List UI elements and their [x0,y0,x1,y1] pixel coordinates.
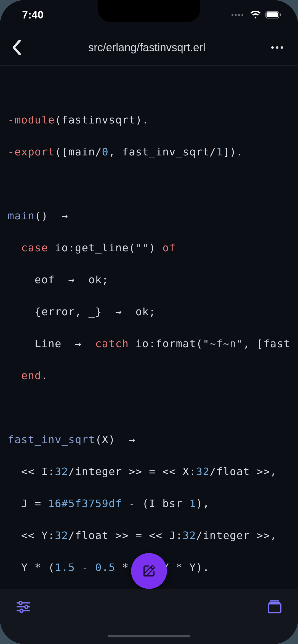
code-token: 0 [102,146,108,158]
svg-rect-2 [280,14,281,16]
stack-icon [268,600,281,613]
code-token: "" [135,242,149,254]
code-token: 16#5f3759df [48,497,122,510]
code-token: /integer >>, [196,529,277,541]
code-token: ) [149,242,163,254]
code-token: 32 [183,529,196,541]
code-token: . [41,370,48,382]
svg-point-7 [19,601,22,604]
wifi-icon [250,11,261,19]
settings-button[interactable] [14,597,33,616]
status-icons [232,11,281,19]
code-token [8,242,21,254]
code-token: Line → [8,338,95,350]
code-token: case [21,242,48,254]
code-token: - [75,561,95,573]
cellular-dots-icon [232,14,243,16]
code-token: io:get_line( [48,242,135,254]
back-button[interactable] [6,36,28,58]
more-icon [271,46,283,49]
code-token: -export [8,146,55,158]
code-token: << Y: [8,529,55,541]
code-token: "~f~n" [203,338,243,350]
code-token: fast_inv_sqrt [8,433,95,446]
code-token: eof → ok; [8,274,109,286]
code-token: {error, _} → ok; [8,306,156,318]
code-token: << I: [8,465,55,478]
code-token: 0.5 [95,561,115,573]
home-indicator[interactable] [108,635,190,637]
code-token: of [163,242,176,254]
battery-icon [265,11,281,18]
nav-bar: src/erlang/fastinvsqrt.erl [0,30,298,66]
code-token: main [8,210,35,222]
svg-point-8 [25,605,28,608]
code-token: ]). [223,146,243,158]
code-token: ([main/ [55,146,102,158]
code-token: , [fast [243,338,290,350]
code-token: 1 [189,497,196,510]
page-title: src/erlang/fastinvsqrt.erl [28,41,266,54]
code-token: -module [8,114,55,126]
more-button[interactable] [266,36,288,58]
code-token: , fast_inv_sqrt/ [109,146,216,158]
code-token: 1 [216,146,223,158]
code-token: J = [8,497,48,510]
code-token: 1.5 [55,561,75,573]
code-token [8,370,21,382]
chevron-left-icon [12,40,21,55]
phone-frame: 7:40 [0,0,298,644]
code-token: /float >>, [209,465,277,478]
code-token: Y * ( [8,561,55,573]
edit-icon [142,564,156,578]
code-token: 32 [55,529,68,541]
code-token: end [21,370,41,382]
code-token: /float >> = << J: [68,529,182,541]
code-token: ), [196,497,210,510]
code-token: () → [35,210,68,222]
code-token: 32 [196,465,210,478]
bottom-toolbar [0,589,298,644]
code-token: (X) → [95,433,135,446]
code-token: catch [95,338,129,350]
code-token: - (I bsr [122,497,189,510]
device-notch [98,0,200,22]
code-token: (fastinvsqrt). [55,114,149,126]
svg-point-9 [20,609,23,612]
code-token: 32 [55,465,68,478]
sliders-icon [17,600,30,613]
code-token: /integer >> = << X: [68,465,196,478]
status-time: 7:40 [22,9,44,21]
edit-fab-button[interactable] [131,553,167,589]
code-token: io:format( [129,338,203,350]
files-button[interactable] [265,597,284,616]
svg-rect-1 [267,12,278,17]
